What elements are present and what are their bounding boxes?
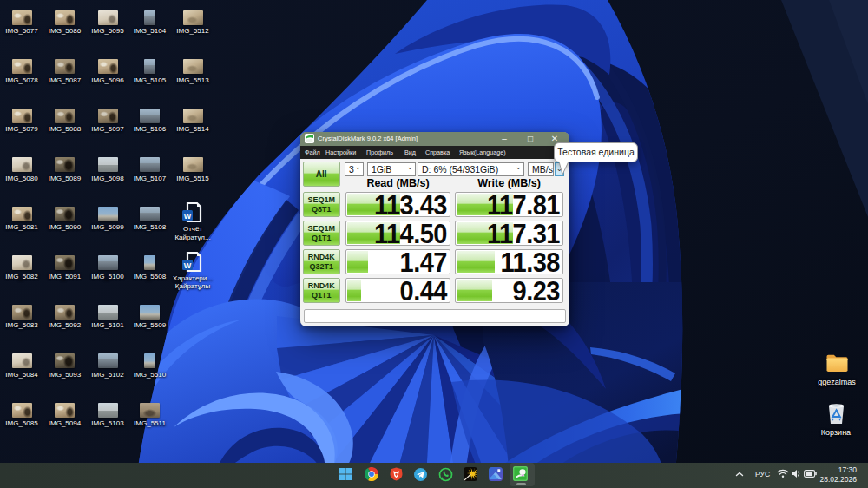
svg-text:W: W — [184, 212, 192, 221]
svg-text:W: W — [184, 260, 192, 269]
